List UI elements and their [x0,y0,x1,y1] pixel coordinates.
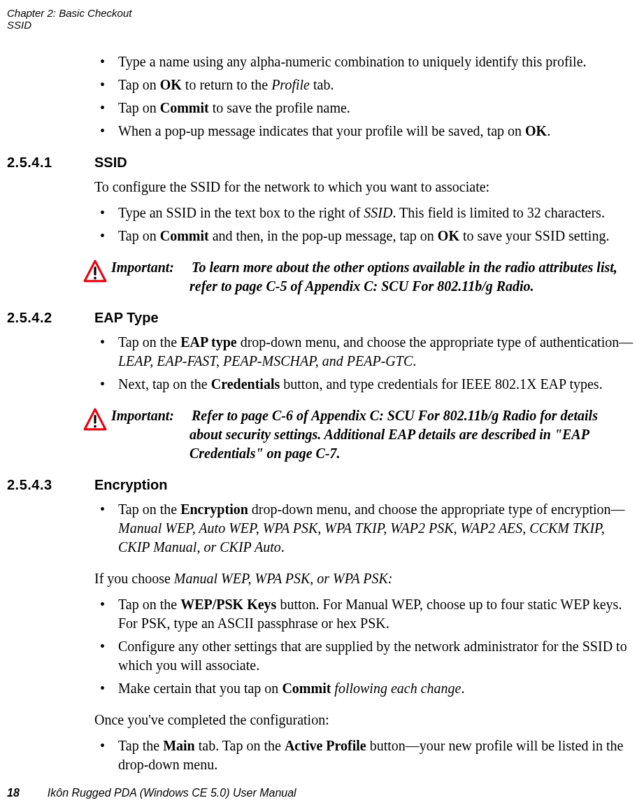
text: Tap on [118,228,160,243]
text: Tap the [118,738,163,753]
list-item: Tap on the EAP type drop-down menu, and … [94,333,634,371]
text: tab. Tap on the [195,738,285,753]
text: Configure any other settings that are su… [118,639,627,673]
list-item: Tap the Main tab. Tap on the Active Prof… [94,736,634,774]
bold: OK [438,228,459,243]
heading-title: SSID [94,155,127,171]
bold: Credentials [211,376,280,392]
ssid-list: Type an SSID in the text box to the righ… [94,204,634,245]
italic: Profile [271,77,310,92]
bold: OK [160,77,182,92]
note-label: Important: [111,406,188,425]
list-item: Type an SSID in the text box to the righ… [94,204,634,222]
header-chapter: Chapter 2: Basic Checkout [7,7,637,19]
heading-ssid: 2.5.4.1 SSID [7,155,634,171]
text: . [461,681,464,696]
warning-icon [79,258,111,283]
text: to return to the [182,77,271,92]
paragraph: To configure the SSID for the network to… [94,178,634,197]
text: Tap on the [118,334,180,350]
bold: Active Profile [285,738,366,753]
bold: EAP type [180,334,237,350]
italic: LEAP, EAP-FAST, PEAP-MSCHAP, and PEAP-GT… [118,353,413,369]
text: to save your SSID setting. [459,228,609,243]
text: . [413,353,416,369]
bold: Commit [160,228,209,243]
italic: Manual WEP, WPA PSK, or WPA PSK: [174,571,393,586]
list-item: Tap on the WEP/PSK Keys button. For Manu… [94,595,634,633]
text: Type an SSID in the text box to the righ… [118,205,364,220]
bold: Encryption [180,501,248,517]
running-header: Chapter 2: Basic Checkout SSID [7,7,637,31]
text: Next, tap on the [118,376,211,392]
note-line: To learn more about the other options av… [192,259,617,275]
page-content: Type a name using any alpha-numeric comb… [94,52,634,774]
text: tab. [310,77,334,92]
encryption-list-1: Tap on the Encryption drop-down menu, an… [94,500,634,557]
heading-number: 2.5.4.2 [7,310,94,326]
list-item: Make certain that you tap on Commit foll… [94,679,634,698]
text: Make certain that you tap on [118,681,282,696]
list-item: Tap on OK to return to the Profile tab. [94,76,634,94]
heading-number: 2.5.4.1 [7,155,94,171]
note-label: Important: [111,258,188,277]
text: and then, in the pop-up message, tap on [209,228,438,243]
list-item: Configure any other settings that are su… [94,637,634,675]
italic: SSID [364,205,392,220]
encryption-list-2: Tap on the WEP/PSK Keys button. For Manu… [94,595,634,698]
heading-eap-type: 2.5.4.2 EAP Type [7,310,634,326]
text: Type a name using any alpha-numeric comb… [118,54,587,69]
list-item: Tap on Commit to save the profile name. [94,99,634,117]
heading-title: EAP Type [94,310,159,326]
list-item: When a pop-up message indicates that you… [94,122,634,141]
text: button, and type credentials for IEEE 80… [280,376,602,392]
important-note: Important: To learn more about the other… [79,258,634,296]
heading-title: Encryption [94,477,167,493]
bold: OK [525,123,547,138]
note-line: Refer to page C-6 of Appendix C: SCU For… [192,408,598,423]
italic: Manual WEP, Auto WEP, WPA PSK, WPA TKIP,… [118,520,605,555]
svg-point-5 [94,425,96,427]
note-line: refer to page C-5 of Appendix C: SCU For… [111,277,634,296]
text: Tap on the [118,501,180,517]
bold: WEP/PSK Keys [180,597,276,612]
list-item: Tap on the Encryption drop-down menu, an… [94,500,634,557]
bold: Main [163,738,195,753]
text: Tap on [118,77,160,92]
page-footer: 18 Ikôn Rugged PDA (Windows CE 5.0) User… [7,787,296,799]
note-text: Important: To learn more about the other… [111,258,634,296]
svg-point-2 [94,276,96,279]
heading-number: 2.5.4.3 [7,477,94,493]
encryption-list-3: Tap the Main tab. Tap on the Active Prof… [94,736,634,774]
text: drop-down menu, and choose the appropria… [248,501,625,517]
intro-list: Type a name using any alpha-numeric comb… [94,52,634,141]
page-number: 18 [7,787,20,799]
important-note: Important: Refer to page C-6 of Appendix… [79,406,634,463]
text: . [281,539,285,555]
text: Tap on [118,100,160,115]
list-item: Next, tap on the Credentials button, and… [94,375,634,394]
header-section: SSID [7,19,637,31]
text: Tap on the [118,597,180,612]
italic: following each change [334,681,461,696]
warning-icon [79,406,111,432]
note-line: about security settings. Additional EAP … [111,425,634,463]
bold: Commit [160,100,209,115]
note-text: Important: Refer to page C-6 of Appendix… [111,406,634,463]
footer-title: Ikôn Rugged PDA (Windows CE 5.0) User Ma… [48,787,296,799]
list-item: Tap on Commit and then, in the pop-up me… [94,227,634,245]
text: . This field is limited to 32 characters… [392,205,604,220]
eap-list: Tap on the EAP type drop-down menu, and … [94,333,634,394]
bold: Commit [282,681,331,696]
paragraph: Once you've completed the configuration: [94,711,634,729]
text: . [547,123,550,138]
text: to save the profile name. [209,100,350,115]
paragraph: If you choose Manual WEP, WPA PSK, or WP… [94,569,634,588]
text: drop-down menu, and choose the appropria… [237,334,634,350]
heading-encryption: 2.5.4.3 Encryption [7,477,634,493]
text: When a pop-up message indicates that you… [118,123,525,138]
list-item: Type a name using any alpha-numeric comb… [94,52,634,71]
text: If you choose [94,571,174,586]
